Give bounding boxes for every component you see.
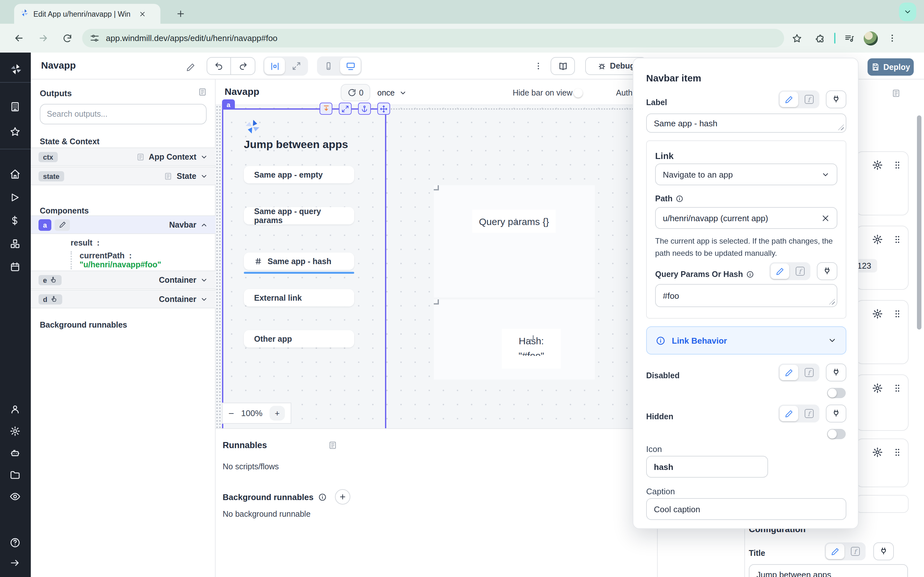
nav-item-query-params[interactable]: Same app - query params [244,207,354,224]
home-icon[interactable] [10,169,21,180]
audit-eye-icon[interactable] [10,491,21,503]
zoom-in-button[interactable]: + [270,406,285,421]
resize-handle[interactable] [829,299,835,305]
windmill-logo-icon[interactable] [10,63,21,74]
nav-item-same-app-hash[interactable]: Same app - hash [244,253,354,270]
connect-plug-button[interactable] [826,364,846,382]
query-params-container[interactable]: Query params {} [434,185,595,298]
users-person-icon[interactable] [10,404,21,416]
chevron-down-icon[interactable] [200,172,208,180]
anchor-button[interactable] [358,103,371,115]
extensions-icon[interactable] [811,29,829,47]
chevron-down-icon[interactable] [200,295,208,303]
dock-down-button[interactable] [320,103,333,115]
gear-icon[interactable] [872,160,883,171]
title-input[interactable]: Jump between apps [749,564,908,577]
refresh-counter-button[interactable]: 0 [341,84,370,101]
gear-icon[interactable] [872,447,883,458]
path-input[interactable]: u/henri/navapp (current app) [655,207,837,229]
nav-item-same-app-empty[interactable]: Same app - empty [244,166,354,183]
mobile-view-button[interactable] [318,58,339,74]
icon-input[interactable]: hash [646,456,768,478]
caption-input[interactable]: Cool caption [646,498,846,520]
link-type-select[interactable]: Navigate to an app [655,163,837,185]
component-row-navbar[interactable]: a Navbar [31,215,216,234]
avatar[interactable] [864,31,878,45]
runs-play-icon[interactable] [10,192,21,204]
output-row-ctx[interactable]: ctx App Context [31,147,216,166]
nav-item-external-link[interactable]: External link [244,289,354,306]
variables-dollar-icon[interactable] [10,215,21,227]
chevron-up-icon[interactable] [200,221,208,229]
connect-plug-button[interactable] [826,90,846,108]
browser-menu-icon[interactable] [883,29,901,47]
info-icon[interactable] [676,195,683,203]
function-mode-button[interactable]: f [800,92,818,107]
gear-icon[interactable] [872,383,883,394]
workspace-building-icon[interactable] [10,101,21,113]
tab-close-icon[interactable] [139,11,145,17]
help-icon[interactable] [10,537,21,549]
workers-robot-icon[interactable] [10,448,21,459]
link-behavior-button[interactable]: Link Behavior [646,326,846,355]
component-row-container-d[interactable]: d Container [31,290,216,308]
connect-plug-button[interactable] [817,262,837,280]
pencil-static-mode-button[interactable] [780,406,798,421]
expand-component-button[interactable] [339,103,352,115]
settings-gear-icon[interactable] [10,426,21,437]
drag-grip-icon[interactable] [893,308,902,319]
resize-corner[interactable] [434,300,439,305]
deploy-button[interactable]: Deploy [867,58,914,76]
hash-text-box[interactable]: Hash: "#foo" [502,329,561,369]
panel-doc-icon[interactable] [891,89,901,98]
canvas-component-badge[interactable]: a [222,99,235,110]
connect-plug-button[interactable] [873,542,894,560]
resize-corner[interactable] [511,219,517,224]
info-icon[interactable] [746,271,754,278]
pencil-static-mode-button[interactable] [780,365,798,380]
pencil-static-mode-button[interactable] [780,92,798,107]
pencil-static-mode-button[interactable] [826,544,845,559]
clear-x-icon[interactable] [821,214,830,222]
folders-icon[interactable] [10,469,21,481]
function-mode-button[interactable]: f [800,365,818,380]
refresh-mode-select[interactable]: once [377,84,407,101]
move-component-button[interactable] [377,103,390,115]
search-outputs-input[interactable] [40,104,207,124]
header-kebab-menu-icon[interactable] [534,61,543,71]
resources-boxes-icon[interactable] [10,239,21,250]
label-textarea[interactable]: Same app - hash [646,113,846,133]
back-button[interactable] [9,29,28,48]
nav-item-other-app[interactable]: Other app [244,330,354,348]
drag-grip-icon[interactable] [893,160,902,171]
output-row-state[interactable]: state State [31,167,216,185]
component-row-container-e[interactable]: e Container [31,271,216,289]
docs-book-button[interactable] [551,57,575,75]
schedules-calendar-icon[interactable] [10,261,21,273]
hidden-toggle[interactable] [827,429,846,439]
zoom-out-button[interactable]: − [228,408,234,419]
panel-scrollbar[interactable] [917,115,921,330]
forward-button[interactable] [33,29,53,48]
chevron-down-icon[interactable] [200,276,208,284]
resize-handle[interactable] [838,124,844,130]
drag-grip-icon[interactable] [893,234,902,245]
edit-id-pencil-icon[interactable] [55,219,70,230]
url-bar[interactable]: app.windmill.dev/apps/edit/u/henri/navap… [82,29,784,47]
drag-grip-icon[interactable] [893,383,902,394]
rename-pencil-icon[interactable] [186,63,195,72]
function-mode-button[interactable]: f [846,544,864,559]
hash-container[interactable]: Hash: "#foo" [434,300,595,380]
query-params-text-box[interactable]: Query params {} [472,210,556,233]
connect-plug-button[interactable] [826,405,846,422]
drag-grip-icon[interactable] [893,447,902,458]
chevron-down-icon[interactable] [200,153,208,161]
function-mode-button[interactable]: f [800,406,818,421]
window-chevron-button[interactable] [899,3,916,21]
disabled-toggle[interactable] [827,388,846,398]
qph-textarea[interactable]: #foo [655,284,837,307]
resize-corner[interactable] [434,185,439,190]
browser-tab[interactable]: Edit App u/henri/navapp | Win [14,4,160,24]
new-tab-button[interactable] [173,6,187,21]
expand-rail-arrow-icon[interactable] [10,558,21,569]
